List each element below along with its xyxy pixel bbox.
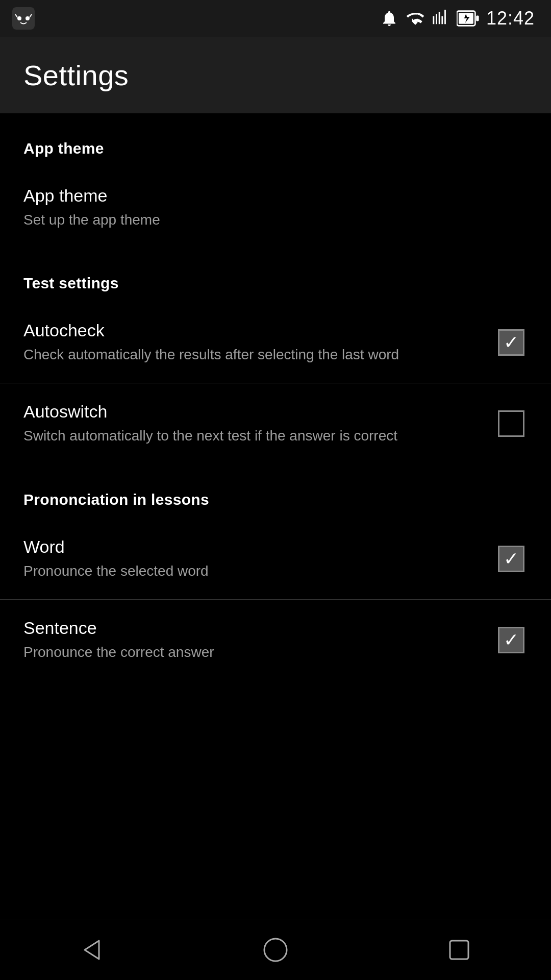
setting-subtitle-autoswitch: Switch automatically to the next test if… (23, 426, 480, 446)
checkbox-sentence-container[interactable]: ✓ (495, 624, 528, 656)
section-header-app-theme: App theme (0, 113, 551, 167)
setting-item-text-word: Word Pronounce the selected word (23, 537, 495, 581)
setting-title-autocheck: Autocheck (23, 321, 480, 340)
setting-subtitle-autocheck: Check automatically the results after se… (23, 345, 480, 364)
setting-subtitle-app-theme: Set up the app theme (23, 210, 512, 230)
checkbox-word[interactable]: ✓ (498, 546, 524, 572)
setting-item-autocheck[interactable]: Autocheck Check automatically the result… (0, 302, 551, 383)
setting-title-sentence: Sentence (23, 618, 480, 638)
setting-item-text-app-theme: App theme Set up the app theme (23, 186, 528, 230)
nav-home-button[interactable] (245, 919, 306, 981)
checkmark-word: ✓ (504, 550, 519, 568)
svg-marker-6 (85, 941, 99, 959)
settings-content: App theme App theme Set up the app theme… (0, 113, 551, 680)
nav-bar (0, 919, 551, 980)
back-icon (79, 937, 105, 963)
status-time: 12:42 (486, 8, 535, 29)
svg-rect-0 (12, 7, 35, 30)
checkbox-autoswitch[interactable] (498, 410, 524, 437)
section-header-pronunciation: Prononciation in lessons (0, 464, 551, 519)
section-header-test-settings: Test settings (0, 248, 551, 302)
bottom-spacer (0, 680, 551, 747)
setting-item-text-autoswitch: Autoswitch Switch automatically to the n… (23, 402, 495, 446)
checkbox-autoswitch-container[interactable] (495, 407, 528, 440)
setting-subtitle-word: Pronounce the selected word (23, 561, 480, 581)
svg-rect-4 (476, 16, 479, 21)
setting-item-autoswitch[interactable]: Autoswitch Switch automatically to the n… (0, 383, 551, 464)
home-icon (262, 937, 289, 963)
status-icons: 12:42 (380, 8, 535, 29)
wifi-icon (406, 9, 425, 28)
svg-point-2 (26, 16, 30, 20)
svg-point-7 (264, 939, 287, 961)
app-icon-area (12, 0, 35, 37)
battery-icon (457, 9, 479, 28)
checkbox-autocheck[interactable]: ✓ (498, 329, 524, 356)
setting-item-text-sentence: Sentence Pronounce the correct answer (23, 618, 495, 662)
checkbox-autocheck-container[interactable]: ✓ (495, 326, 528, 359)
svg-point-1 (17, 16, 21, 20)
checkbox-word-container[interactable]: ✓ (495, 543, 528, 575)
setting-item-app-theme[interactable]: App theme Set up the app theme (0, 167, 551, 248)
checkmark-autocheck: ✓ (504, 333, 519, 352)
setting-title-word: Word (23, 537, 480, 557)
checkbox-sentence[interactable]: ✓ (498, 627, 524, 653)
setting-subtitle-sentence: Pronounce the correct answer (23, 642, 480, 662)
recent-icon (446, 937, 472, 963)
page-title: Settings (23, 59, 129, 92)
app-icon (12, 7, 35, 30)
toolbar: Settings (0, 37, 551, 113)
nav-back-button[interactable] (61, 919, 122, 981)
svg-rect-8 (450, 941, 468, 959)
setting-item-word[interactable]: Word Pronounce the selected word ✓ (0, 519, 551, 599)
signal-icon (432, 10, 449, 27)
alarm-icon (380, 9, 398, 28)
status-bar: 12:42 (0, 0, 551, 37)
setting-item-text-autocheck: Autocheck Check automatically the result… (23, 321, 495, 364)
checkmark-sentence: ✓ (504, 631, 519, 649)
nav-recent-button[interactable] (429, 919, 490, 981)
setting-item-sentence[interactable]: Sentence Pronounce the correct answer ✓ (0, 600, 551, 680)
setting-title-app-theme: App theme (23, 186, 512, 206)
setting-title-autoswitch: Autoswitch (23, 402, 480, 422)
